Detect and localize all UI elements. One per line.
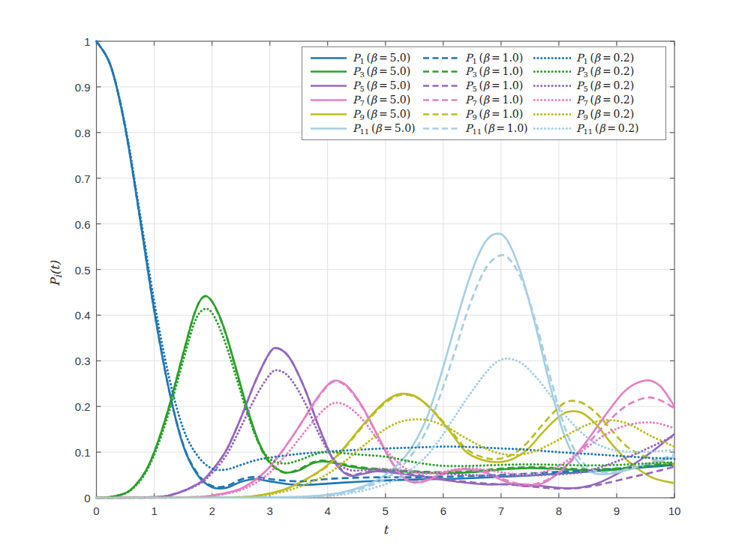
legend-entry-label: P7 (β = 0.2): [576, 93, 634, 107]
legend-entry-P5-beta1.0: P5 (β = 1.0): [422, 79, 523, 93]
legend-entry-label: P5 (β = 0.2): [576, 79, 634, 93]
y-tick-label: 1: [46, 35, 91, 48]
legend-entry-label: P7 (β = 5.0): [353, 93, 410, 107]
y-tick-label: 0.9: [46, 80, 91, 93]
y-tick-label: 0.6: [46, 217, 91, 230]
legend-entry-label: P1 (β = 5.0): [353, 51, 410, 65]
legend-entry-P3-beta1.0: P3 (β = 1.0): [422, 64, 523, 79]
x-tick-label: 1: [151, 505, 157, 517]
legend-entry-label: P5 (β = 5.0): [353, 79, 410, 93]
legend-line-sample-solid: [310, 93, 347, 107]
legend-entry-label: P7 (β = 1.0): [465, 93, 523, 107]
legend-entry-label: P9 (β = 5.0): [353, 107, 410, 121]
legend-line-sample-dashed: [422, 121, 460, 136]
legend-entry-P3-beta0.2: P3 (β = 0.2): [533, 64, 634, 79]
legend-line-sample-dashed: [422, 51, 460, 65]
legend-line-sample-dotted: [533, 79, 571, 93]
legend-entry-label: P1 (β = 0.2): [576, 51, 634, 65]
legend-line-sample-dotted: [533, 93, 571, 107]
legend-entry-label: P3 (β = 0.2): [576, 64, 634, 79]
legend-line-sample-solid: [310, 51, 347, 65]
legend-entry-label: P11 (β = 5.0): [353, 121, 416, 136]
legend-line-sample-solid: [310, 107, 347, 121]
y-axis-label-post: (t): [48, 261, 62, 275]
legend-line-sample-dotted: [533, 107, 571, 121]
legend-entry-label: P9 (β = 1.0): [465, 107, 523, 121]
legend-entry-P3-beta5.0: P3 (β = 5.0): [310, 64, 410, 79]
legend-line-sample-dotted: [533, 51, 571, 65]
legend-entry-P11-beta5.0: P11 (β = 5.0): [310, 121, 416, 136]
legend-entry-label: P5 (β = 1.0): [465, 79, 523, 93]
legend-line-sample-dashed: [422, 93, 460, 107]
legend-entry-label: P11 (β = 1.0): [465, 121, 528, 136]
legend-entry-P9-beta1.0: P9 (β = 1.0): [422, 107, 523, 121]
legend-entry-label: P11 (β = 0.2): [576, 121, 639, 136]
legend-entry-P5-beta0.2: P5 (β = 0.2): [533, 79, 634, 93]
legend-entry-label: P9 (β = 0.2): [576, 107, 634, 121]
y-tick-label: 0.1: [46, 446, 91, 459]
legend: P1 (β = 5.0)P3 (β = 5.0)P5 (β = 5.0)P7 (…: [302, 46, 666, 140]
legend-line-sample-dashed: [422, 79, 460, 93]
legend-entry-P9-beta0.2: P9 (β = 0.2): [533, 107, 634, 121]
legend-line-sample-solid: [310, 64, 347, 79]
legend-entry-P7-beta5.0: P7 (β = 5.0): [310, 93, 410, 107]
y-axis-label-sub: i: [53, 274, 64, 277]
y-tick-label: 0.4: [46, 309, 91, 322]
legend-line-sample-dotted: [533, 64, 571, 79]
legend-entry-P11-beta1.0: P11 (β = 1.0): [422, 121, 528, 136]
x-tick-label: 10: [668, 505, 681, 517]
figure-canvas: 01234567891000.10.20.30.40.50.60.70.80.9…: [0, 0, 748, 560]
legend-line-sample-solid: [310, 121, 347, 136]
legend-entry-P9-beta5.0: P9 (β = 5.0): [310, 107, 410, 121]
legend-entry-label: P3 (β = 1.0): [465, 64, 523, 79]
x-tick-label: 7: [498, 505, 504, 517]
legend-entry-P7-beta0.2: P7 (β = 0.2): [533, 93, 634, 107]
y-tick-label: 0.3: [46, 355, 91, 367]
y-tick-label: 0.2: [46, 400, 91, 413]
x-tick-label: 2: [209, 505, 215, 517]
legend-entry-P5-beta5.0: P5 (β = 5.0): [310, 79, 410, 93]
y-tick-label: 0: [46, 492, 91, 505]
legend-entry-P7-beta1.0: P7 (β = 1.0): [422, 93, 523, 107]
legend-line-sample-dashed: [422, 64, 460, 79]
y-tick-label: 0.7: [46, 172, 91, 184]
legend-line-sample-dashed: [422, 107, 460, 121]
legend-line-sample-solid: [310, 79, 347, 93]
legend-entry-P11-beta0.2: P11 (β = 0.2): [533, 121, 639, 136]
y-axis-label: Pi(t): [48, 261, 64, 286]
legend-entry-label: P3 (β = 5.0): [353, 64, 410, 79]
x-tick-label: 0: [93, 505, 99, 517]
legend-entry-P1-beta0.2: P1 (β = 0.2): [533, 51, 634, 65]
x-tick-label: 3: [266, 505, 272, 517]
x-axis-label: t: [383, 523, 388, 537]
legend-entry-P1-beta1.0: P1 (β = 1.0): [422, 51, 523, 65]
x-tick-label: 6: [440, 505, 446, 517]
x-tick-label: 8: [556, 505, 562, 517]
x-tick-label: 5: [383, 505, 389, 517]
y-tick-label: 0.8: [46, 126, 91, 139]
x-tick-label: 4: [325, 505, 331, 517]
x-tick-label: 9: [614, 505, 620, 517]
y-axis-label-var: P: [48, 278, 62, 286]
legend-entry-label: P1 (β = 1.0): [465, 51, 523, 65]
legend-entry-P1-beta5.0: P1 (β = 5.0): [310, 51, 410, 65]
legend-line-sample-dotted: [533, 121, 571, 136]
